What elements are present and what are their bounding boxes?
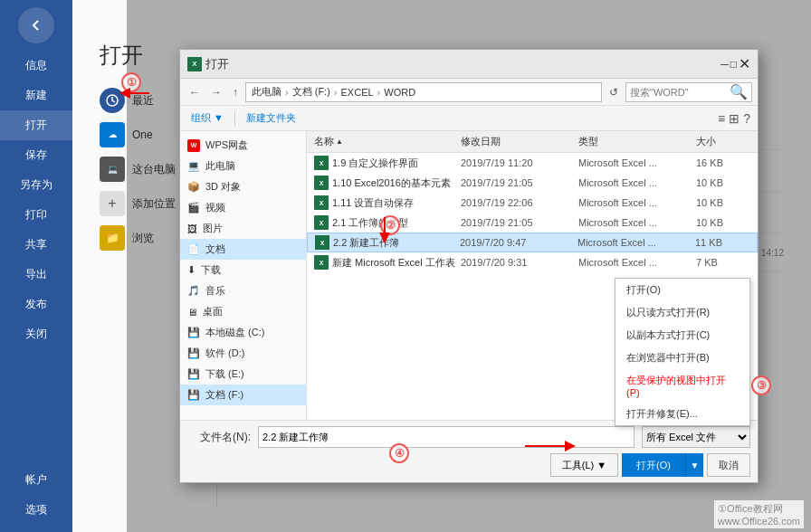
open-file-btn[interactable]: 打开(O) bbox=[622, 453, 685, 477]
context-menu-browser-open[interactable]: 在浏览器中打开(B) bbox=[615, 347, 749, 369]
left-nav-f-drive[interactable]: 💾 文档 (F:) bbox=[180, 385, 306, 405]
col-header-date[interactable]: 修改日期 bbox=[461, 135, 578, 148]
nav-search-input[interactable] bbox=[630, 87, 730, 98]
context-menu-copy-open[interactable]: 以副本方式打开(C) bbox=[615, 324, 749, 347]
dialog-bottom: 文件名(N): 所有 Excel 文件 工具(L) ▼ 打开(O) ▼ 取消 bbox=[180, 420, 758, 482]
col-header-type[interactable]: 类型 bbox=[578, 135, 696, 148]
file-excel-icon: X bbox=[314, 156, 329, 170]
col-header-size[interactable]: 大小 bbox=[696, 135, 750, 148]
left-nav-downloads[interactable]: ⬇ 下载 bbox=[180, 260, 306, 280]
file-name: 2.2 新建工作簿 bbox=[333, 236, 460, 250]
sidebar-item-new[interactable]: 新建 bbox=[0, 81, 72, 110]
music-label: 音乐 bbox=[205, 284, 225, 298]
nav-forward-btn[interactable]: → bbox=[207, 84, 225, 100]
context-menu-repair[interactable]: 打开并修复(E)... bbox=[615, 403, 749, 425]
drive-e-icon: 💾 bbox=[187, 368, 200, 380]
left-nav-music[interactable]: 🎵 音乐 bbox=[180, 280, 306, 301]
nav-back-btn[interactable]: ← bbox=[186, 84, 204, 100]
sidebar-item-account[interactable]: 帐户 bbox=[22, 467, 51, 493]
video-label: 视频 bbox=[205, 201, 225, 214]
left-nav-desktop[interactable]: 🖥 桌面 bbox=[180, 301, 306, 322]
path-segment-excel: EXCEL bbox=[341, 87, 374, 98]
drive-f-label: 文档 (F:) bbox=[205, 388, 243, 402]
file-date: 2019/7/19 21:05 bbox=[461, 177, 578, 188]
wps-label: WPS网盘 bbox=[205, 138, 248, 152]
view-grid-btn[interactable]: ⊞ bbox=[729, 111, 739, 126]
dialog-minimize-btn[interactable]: ─ bbox=[720, 58, 729, 71]
drive-d-label: 软件 (D:) bbox=[205, 347, 244, 360]
sidebar-item-saveas[interactable]: 另存为 bbox=[0, 170, 72, 200]
context-menu-readonly[interactable]: 以只读方式打开(R) bbox=[615, 301, 749, 324]
file-row[interactable]: X 2.1 工作簿的类型 2019/7/19 21:05 Microsoft E… bbox=[307, 213, 758, 233]
view-list-btn[interactable]: ≡ bbox=[718, 111, 725, 126]
organize-btn[interactable]: 组织 ▼ bbox=[187, 109, 227, 127]
back-button[interactable] bbox=[18, 7, 54, 43]
annotation-4: ④ bbox=[389, 443, 409, 463]
dialog-close-btn[interactable]: ✕ bbox=[739, 55, 750, 72]
tools-btn[interactable]: 工具(L) ▼ bbox=[550, 453, 618, 477]
context-menu: 打开(O) 以只读方式打开(R) 以副本方式打开(C) 在浏览器中打开(B) 在… bbox=[615, 278, 750, 426]
sidebar-item-export[interactable]: 导出 bbox=[0, 260, 72, 290]
file-name: 1.10 Excel2016的基本元素 bbox=[332, 176, 461, 190]
sidebar-item-open[interactable]: 打开 bbox=[0, 110, 72, 140]
nav-up-btn[interactable]: ↑ bbox=[229, 84, 242, 100]
dialog-maximize-btn[interactable]: □ bbox=[730, 58, 737, 71]
file-row-selected[interactable]: X 2.2 新建工作簿 2019/7/20 9:47 Microsoft Exc… bbox=[307, 233, 758, 252]
sidebar-item-print[interactable]: 打印 bbox=[0, 200, 72, 230]
file-excel-icon: X bbox=[314, 255, 329, 270]
sidebar: 信息 新建 打开 保存 另存为 打印 共享 导出 发布 关闭 帐户 选项 bbox=[0, 0, 72, 532]
left-nav-c-drive[interactable]: 💾 本地磁盘 (C:) bbox=[180, 322, 306, 343]
music-icon: 🎵 bbox=[187, 285, 200, 297]
filename-label: 文件名(N): bbox=[187, 430, 251, 445]
nav-path-parts: 此电脑 › 文档 (F:) › EXCEL › WORD bbox=[252, 85, 415, 99]
sidebar-item-info[interactable]: 信息 bbox=[0, 51, 72, 81]
file-excel-icon: X bbox=[315, 235, 329, 250]
dialog-btn-row: 工具(L) ▼ 打开(O) ▼ 取消 bbox=[187, 453, 750, 477]
nav-refresh-btn[interactable]: ↺ bbox=[606, 84, 622, 100]
left-nav-e-drive[interactable]: 💾 下载 (E:) bbox=[180, 364, 306, 385]
col-header-name[interactable]: 名称 ▲ bbox=[314, 135, 461, 148]
sidebar-item-options[interactable]: 选项 bbox=[22, 497, 51, 523]
left-nav-pictures[interactable]: 🖼 图片 bbox=[180, 218, 306, 239]
filetype-dropdown[interactable]: 所有 Excel 文件 bbox=[642, 426, 750, 448]
sidebar-item-save[interactable]: 保存 bbox=[0, 140, 72, 170]
sidebar-item-close[interactable]: 关闭 bbox=[0, 319, 72, 349]
file-row[interactable]: X 新建 Microsoft Excel 工作表 2019/7/20 9:31 … bbox=[307, 252, 758, 272]
file-type: Microsoft Excel ... bbox=[578, 157, 696, 168]
drive-f-icon: 💾 bbox=[187, 389, 200, 401]
file-date: 2019/7/19 21:05 bbox=[461, 217, 578, 228]
toolbar-right: ≡ ⊞ ? bbox=[718, 111, 750, 126]
dialog-title-left: X 打开 bbox=[187, 56, 229, 72]
path-segment-word: WORD bbox=[384, 87, 415, 98]
pc-label: 此电脑 bbox=[205, 159, 235, 173]
left-nav-wps[interactable]: W WPS网盘 bbox=[180, 135, 306, 156]
file-row[interactable]: X 1.10 Excel2016的基本元素 2019/7/19 21:05 Mi… bbox=[307, 173, 758, 193]
file-excel-icon: X bbox=[314, 215, 329, 230]
left-nav-video[interactable]: 🎬 视频 bbox=[180, 197, 306, 218]
sidebar-item-share[interactable]: 共享 bbox=[0, 230, 72, 260]
view-help-btn[interactable]: ? bbox=[743, 111, 750, 126]
left-nav-3d[interactable]: 📦 3D 对象 bbox=[180, 176, 306, 197]
file-name: 新建 Microsoft Excel 工作表 bbox=[332, 256, 461, 270]
left-nav-documents[interactable]: 📄 文档 bbox=[180, 239, 306, 260]
new-folder-btn[interactable]: 新建文件夹 bbox=[243, 109, 300, 127]
filename-row: 文件名(N): 所有 Excel 文件 bbox=[187, 426, 750, 448]
file-row[interactable]: X 1.9 自定义操作界面 2019/7/19 11:20 Microsoft … bbox=[307, 153, 758, 173]
annotation-2: ② bbox=[380, 215, 400, 235]
drive-e-label: 下载 (E:) bbox=[205, 367, 244, 381]
3d-icon: 📦 bbox=[187, 181, 200, 193]
cancel-btn[interactable]: 取消 bbox=[707, 453, 750, 477]
context-menu-protected[interactable]: 在受保护的视图中打开(P) bbox=[615, 369, 749, 403]
sidebar-bottom: 帐户 选项 bbox=[22, 467, 51, 523]
open-dropdown-btn[interactable]: ▼ bbox=[685, 453, 703, 477]
desktop-label: 桌面 bbox=[203, 305, 223, 318]
context-menu-open[interactable]: 打开(O) bbox=[615, 279, 749, 301]
downloads-label: 下载 bbox=[201, 263, 221, 277]
file-size: 16 KB bbox=[696, 157, 750, 168]
filename-input[interactable] bbox=[258, 426, 634, 448]
file-row[interactable]: X 1.11 设置自动保存 2019/7/19 22:06 Microsoft … bbox=[307, 193, 758, 213]
sidebar-item-publish[interactable]: 发布 bbox=[0, 290, 72, 319]
left-nav-d-drive[interactable]: 💾 软件 (D:) bbox=[180, 343, 306, 364]
nav-path-bar[interactable]: 此电脑 › 文档 (F:) › EXCEL › WORD bbox=[245, 82, 602, 102]
left-nav-pc[interactable]: 💻 此电脑 bbox=[180, 156, 306, 176]
